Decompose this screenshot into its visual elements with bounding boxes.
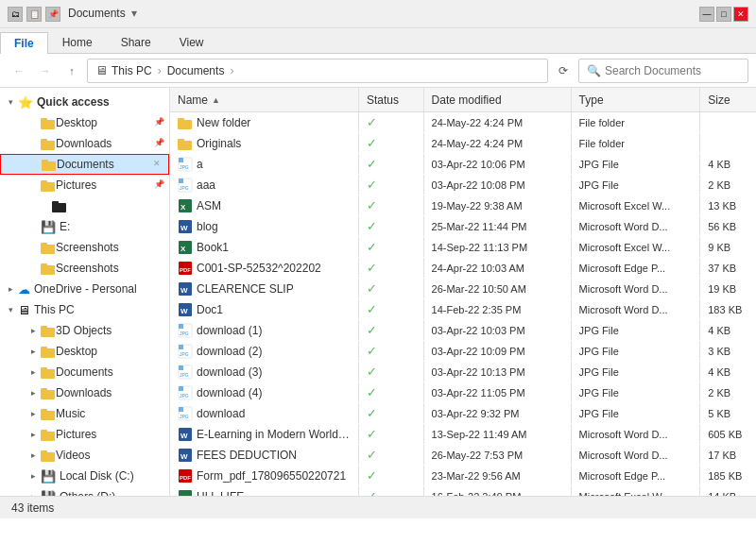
breadcrumb-sep1: › — [158, 64, 162, 77]
sidebar-item-downloads[interactable]: Downloads 📌 — [0, 133, 169, 154]
file-date: 26-Mar-22 10:50 AM — [432, 283, 526, 295]
minimize-btn[interactable]: — — [699, 7, 714, 22]
table-row[interactable]: JPG a ✓ 03-Apr-22 10:06 PM JPG File 4 KB — [170, 154, 756, 175]
sidebar-item-onedrive[interactable]: ▸ ☁ OneDrive - Personal — [0, 279, 169, 299]
expand-spacer — [26, 241, 40, 254]
col-size-header[interactable]: Size — [700, 88, 756, 111]
col-date-label: Date modified — [432, 93, 502, 107]
svg-rect-11 — [41, 243, 47, 246]
table-row[interactable]: X Book1 ✓ 14-Sep-22 11:13 PM Microsoft E… — [170, 237, 756, 258]
file-name: CLEARENCE SLIP — [197, 282, 294, 296]
table-row[interactable]: X HLL LIFE ✓ 16-Feb-22 2:49 PM Microsoft… — [170, 486, 756, 496]
table-row[interactable]: X ASM ✓ 19-May-22 9:38 AM Microsoft Exce… — [170, 195, 756, 216]
table-row[interactable]: W Doc1 ✓ 14-Feb-22 2:35 PM Microsoft Wor… — [170, 299, 756, 320]
search-box[interactable]: 🔍 — [578, 59, 748, 83]
svg-rect-27 — [41, 450, 47, 454]
file-type-icon — [178, 115, 193, 130]
table-row[interactable]: PDF C001-SP-52532^202202 ✓ 24-Apr-22 10:… — [170, 258, 756, 279]
file-type: Microsoft Edge P... — [579, 263, 666, 274]
back-btn[interactable]: ← — [8, 59, 30, 82]
forward-btn[interactable]: → — [34, 59, 57, 82]
sidebar: ▾ ⭐ Quick access Desktop 📌 Downloads 📌 D… — [0, 88, 170, 496]
tab-file[interactable]: File — [0, 32, 48, 54]
sidebar-item-screenshots1[interactable]: Screenshots — [0, 237, 169, 258]
expand-icon: ▸ — [26, 469, 40, 483]
computer-icon: 🖥 — [18, 303, 30, 317]
folder-icon — [42, 158, 57, 171]
breadcrumb-part1[interactable]: This PC — [112, 64, 152, 77]
sidebar-item-videos[interactable]: ▸ Videos — [0, 445, 169, 466]
sidebar-item-screenshots2[interactable]: Screenshots — [0, 258, 169, 279]
folder-icon — [41, 345, 56, 358]
sidebar-item-documents2[interactable]: ▸ Documents — [0, 362, 169, 382]
status-icon: ✓ — [367, 468, 377, 483]
table-row[interactable]: W FEES DEDUCTION ✓ 26-May-22 7:53 PM Mic… — [170, 445, 756, 466]
tb-icon2[interactable]: 📋 — [26, 7, 42, 22]
tab-home[interactable]: Home — [48, 31, 107, 53]
col-name-header[interactable]: Name ▲ — [170, 88, 359, 111]
tb-icon1[interactable]: 🗂 — [8, 7, 23, 22]
file-size: 5 KB — [708, 408, 730, 419]
file-type: Microsoft Word D... — [579, 283, 668, 295]
expand-icon: ▸ — [26, 324, 40, 337]
folder-icon — [41, 241, 56, 254]
sidebar-item-pictures[interactable]: Pictures 📌 — [0, 175, 169, 195]
maximize-btn[interactable]: □ — [716, 7, 731, 22]
file-name: aaa — [197, 178, 215, 192]
table-row[interactable]: JPG aaa ✓ 03-Apr-22 10:08 PM JPG File 2 … — [170, 175, 756, 195]
table-row[interactable]: W blog ✓ 25-Mar-22 11:44 PM Microsoft Wo… — [170, 216, 756, 237]
status-icon: ✓ — [367, 219, 377, 233]
table-row[interactable]: JPG download ✓ 03-Apr-22 9:32 PM JPG Fil… — [170, 403, 756, 424]
close-btn[interactable]: ✕ — [733, 7, 748, 22]
file-date: 26-May-22 7:53 PM — [432, 450, 524, 461]
table-row[interactable]: JPG download (1) ✓ 03-Apr-22 10:03 PM JP… — [170, 320, 756, 341]
sidebar-item-black-folder[interactable] — [0, 195, 169, 216]
breadcrumb-sep2: › — [230, 64, 233, 77]
breadcrumb-part2[interactable]: Documents — [167, 64, 225, 77]
table-row[interactable]: Originals ✓ 24-May-22 4:24 PM File folde… — [170, 133, 756, 154]
table-row[interactable]: JPG download (3) ✓ 03-Apr-22 10:13 PM JP… — [170, 362, 756, 382]
sidebar-item-3dobjects[interactable]: ▸ 3D Objects — [0, 320, 169, 341]
folder-icon — [41, 386, 56, 399]
up-btn[interactable]: ↑ — [60, 59, 83, 82]
sidebar-item-others[interactable]: ▸ 💾 Others (D:) — [0, 486, 169, 496]
table-row[interactable]: JPG download (2) ✓ 03-Apr-22 10:09 PM JP… — [170, 341, 756, 362]
col-date-header[interactable]: Date modified — [424, 88, 572, 111]
sidebar-item-music[interactable]: ▸ Music — [0, 403, 169, 424]
sidebar-item-desktop2[interactable]: ▸ Desktop — [0, 341, 169, 362]
col-status-header[interactable]: Status — [359, 88, 424, 111]
file-date: 19-May-22 9:38 AM — [432, 200, 523, 212]
address-box[interactable]: 🖥 This PC › Documents › — [87, 59, 548, 83]
file-type: JPG File — [579, 325, 619, 336]
svg-text:X: X — [180, 245, 186, 253]
file-date: 14-Feb-22 2:35 PM — [432, 304, 522, 315]
svg-rect-25 — [41, 430, 47, 433]
sidebar-item-thispc[interactable]: ▾ 🖥 This PC — [0, 299, 169, 320]
tb-icon3[interactable]: 📌 — [45, 7, 60, 22]
sidebar-item-drive-e[interactable]: 💾 E: — [0, 216, 169, 237]
folder-icon — [41, 407, 56, 420]
file-date: 03-Apr-22 10:09 PM — [432, 346, 525, 357]
sidebar-item-pictures2[interactable]: ▸ Pictures — [0, 424, 169, 445]
file-name: download — [197, 407, 245, 420]
col-type-header[interactable]: Type — [572, 88, 701, 111]
table-row[interactable]: PDF Form_pdf_178096550220721 ✓ 23-Mar-22… — [170, 466, 756, 486]
sidebar-item-documents[interactable]: Documents ✕ — [0, 154, 169, 175]
sidebar-label: Desktop — [56, 116, 152, 129]
table-row[interactable]: W CLEARENCE SLIP ✓ 26-Mar-22 10:50 AM Mi… — [170, 279, 756, 299]
sidebar-item-quick-access[interactable]: ▾ ⭐ Quick access — [0, 92, 169, 112]
table-row[interactable]: JPG download (4) ✓ 03-Apr-22 11:05 PM JP… — [170, 382, 756, 403]
sidebar-item-desktop[interactable]: Desktop 📌 — [0, 112, 169, 133]
table-row[interactable]: New folder ✓ 24-May-22 4:24 PM File fold… — [170, 112, 756, 133]
file-size: 2 KB — [708, 387, 730, 399]
file-name: C001-SP-52532^202202 — [197, 262, 321, 275]
search-input[interactable] — [605, 64, 740, 77]
sidebar-item-localdisk[interactable]: ▸ 💾 Local Disk (C:) — [0, 466, 169, 486]
tab-share[interactable]: Share — [107, 31, 165, 53]
sidebar-item-downloads2[interactable]: ▸ Downloads — [0, 382, 169, 403]
tab-view[interactable]: View — [165, 31, 218, 53]
refresh-btn[interactable]: ⟳ — [552, 59, 575, 82]
table-row[interactable]: W E-Learning in Modern World! Know All t… — [170, 424, 756, 445]
file-type-icon: X — [178, 489, 193, 497]
title-bar-separator: ▾ — [131, 7, 137, 22]
